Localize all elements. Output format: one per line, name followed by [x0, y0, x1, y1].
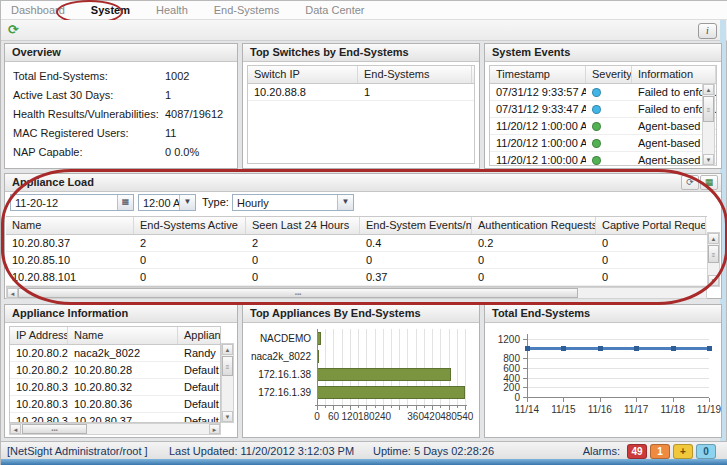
stat-label: Active Last 30 Days:	[13, 89, 113, 101]
info-vertical-scrollbar[interactable]: ▲ ≡ ▼	[221, 343, 234, 423]
data-point[interactable]	[598, 346, 603, 351]
tab-end-systems[interactable]: End-Systems	[214, 1, 279, 20]
table-row[interactable]: 10.20.80.37220.40.20	[6, 235, 707, 252]
bar[interactable]	[317, 386, 465, 399]
scroll-left-icon[interactable]: ◄	[10, 424, 21, 434]
cell: 10.20.80.36	[10, 396, 68, 412]
export-icon[interactable]: ▦	[700, 175, 718, 190]
column-header[interactable]: IP Address	[10, 327, 68, 344]
toolbar: ⟳ i	[1, 20, 727, 41]
system-events-panel: System Events TimestampSeverityInformati…	[484, 43, 722, 169]
data-point[interactable]	[671, 346, 676, 351]
axis-tick	[709, 398, 710, 402]
axis-minor-tick	[457, 406, 458, 408]
alarm-badge[interactable]: +	[673, 444, 693, 459]
column-header[interactable]: End-System Events/min	[360, 217, 472, 234]
table-row[interactable]: 10.20.85.1000000	[6, 252, 707, 269]
column-header[interactable]: Seen Last 24 Hours	[246, 217, 360, 234]
cell: 10.20.80.32	[10, 379, 68, 395]
scroll-up-icon[interactable]: ▲	[222, 344, 233, 355]
scroll-up-icon[interactable]: ▲	[703, 84, 714, 95]
info-button[interactable]: i	[698, 23, 717, 39]
scroll-up-icon[interactable]: ▲	[708, 233, 719, 244]
cell: 2	[134, 235, 246, 251]
tab-data-center[interactable]: Data Center	[305, 1, 364, 20]
table-row[interactable]: 10.20.80.3210.20.80.32Default	[10, 379, 220, 396]
tab-dashboard[interactable]: Dashboard	[11, 1, 65, 20]
column-header[interactable]: Information	[632, 66, 716, 83]
table-row[interactable]: 10.20.88.81	[248, 84, 474, 101]
table-row[interactable]: 07/31/12 9:33:47 AMFailed to enforc...	[490, 101, 716, 118]
axis-minor-tick	[440, 406, 441, 408]
table-row[interactable]: 11/20/12 1:00:00 AMAgent-based as...	[490, 135, 716, 152]
alarm-badge[interactable]: 0	[696, 444, 716, 459]
data-point[interactable]	[561, 346, 566, 351]
cell: 1	[358, 84, 472, 100]
table-row[interactable]: 10.20.80.22naca2k_8022Randy	[10, 345, 220, 362]
column-header[interactable]: Name	[68, 327, 178, 344]
table-row[interactable]: 11/20/12 1:00:00 AMAgent-based as...	[490, 152, 716, 166]
table-row[interactable]: 10.20.88.101000.3700	[6, 269, 707, 286]
chevron-down-icon[interactable]: ▼	[179, 195, 195, 210]
column-header[interactable]: Appliance Group	[178, 327, 221, 344]
stat-row: NAP Capable:0 0.0%	[5, 144, 237, 163]
refresh-icon[interactable]: ⟳	[8, 22, 19, 37]
scrollbar-thumb[interactable]: ▪▪▪	[22, 424, 87, 434]
date-field[interactable]: 11-20-12 ▦	[10, 194, 134, 211]
column-header[interactable]: Switch IP	[248, 66, 358, 83]
cell: naca2k_8022	[68, 345, 178, 361]
cell: 11/20/12 1:00:00 AM	[490, 118, 586, 134]
scrollbar-thumb[interactable]: ▪▪▪	[18, 288, 578, 298]
data-point[interactable]	[634, 346, 639, 351]
tab-system[interactable]: System	[91, 1, 130, 20]
axis-tick	[416, 406, 417, 410]
column-header[interactable]: Captive Portal Requests/min	[596, 217, 706, 234]
tab-health[interactable]: Health	[156, 1, 188, 20]
time-select[interactable]: 12:00 AM ▼	[138, 194, 196, 211]
axis-tick	[465, 406, 466, 410]
appliance-load-table: NameEnd-Systems ActiveSeen Last 24 Hours…	[6, 216, 707, 287]
panel-refresh-icon[interactable]: ⟳	[681, 175, 699, 190]
scroll-down-icon[interactable]: ▼	[708, 275, 719, 286]
column-header[interactable]: Name	[6, 217, 134, 234]
column-header[interactable]: Timestamp	[490, 66, 586, 83]
tab-bar: DashboardSystemHealthEnd-SystemsData Cen…	[1, 1, 727, 20]
column-header[interactable]: End-Systems Active	[134, 217, 246, 234]
type-select[interactable]: Hourly ▼	[232, 194, 354, 211]
data-point[interactable]	[525, 346, 530, 351]
bar[interactable]	[317, 368, 451, 381]
column-header[interactable]: End-Systems	[358, 66, 472, 83]
load-horizontal-scrollbar[interactable]: ◄ ▪▪▪	[6, 287, 707, 299]
table-row[interactable]: 11/20/12 1:00:00 AMAgent-based as...	[490, 118, 716, 135]
axis-tick	[636, 398, 637, 402]
scrollbar-thumb[interactable]: ≡	[703, 96, 714, 122]
alarm-badge[interactable]: 49	[627, 444, 647, 459]
column-header[interactable]: Severity	[586, 66, 632, 83]
data-point[interactable]	[707, 346, 712, 351]
scroll-right-icon[interactable]: ►	[209, 424, 220, 434]
chevron-down-icon[interactable]: ▼	[337, 195, 353, 210]
table-row[interactable]: 07/31/12 9:33:57 AMFailed to enforc...	[490, 84, 716, 101]
appliance-load-panel: Appliance Load ⟳ ▦ 11-20-12 ▦ 12:00 AM ▼…	[4, 173, 722, 299]
cell	[586, 118, 632, 134]
info-horizontal-scrollbar[interactable]: ◄ ▪▪▪ ►	[9, 423, 221, 435]
switches-table: Switch IPEnd-Systems10.20.88.81	[247, 65, 475, 164]
events-vertical-scrollbar[interactable]: ▲ ≡ ▼	[702, 83, 715, 166]
scrollbar-thumb[interactable]: ≡	[222, 356, 233, 376]
column-header[interactable]: Authentication Requests/min	[472, 217, 596, 234]
cell: Default	[178, 379, 221, 395]
table-row[interactable]: 10.20.80.2810.20.80.28Default	[10, 362, 220, 379]
alarm-badge[interactable]: 1	[650, 444, 670, 459]
cell: 0	[134, 252, 246, 268]
scroll-down-icon[interactable]: ▼	[703, 154, 714, 165]
scroll-left-icon[interactable]: ◄	[7, 288, 18, 298]
load-vertical-scrollbar[interactable]: ▲ ≡ ▼	[707, 232, 720, 287]
alarms-label: Alarms:	[583, 444, 620, 458]
scrollbar-thumb[interactable]: ≡	[708, 245, 719, 263]
calendar-icon[interactable]: ▦	[117, 195, 133, 210]
table-row[interactable]: 10.20.80.3610.20.80.36Default	[10, 396, 220, 413]
stat-value: 1	[165, 89, 171, 101]
cell: 0	[596, 235, 706, 251]
scroll-down-icon[interactable]: ▼	[222, 411, 233, 422]
table-row[interactable]: 10.20.80.3710.20.80.37Default	[10, 413, 220, 423]
